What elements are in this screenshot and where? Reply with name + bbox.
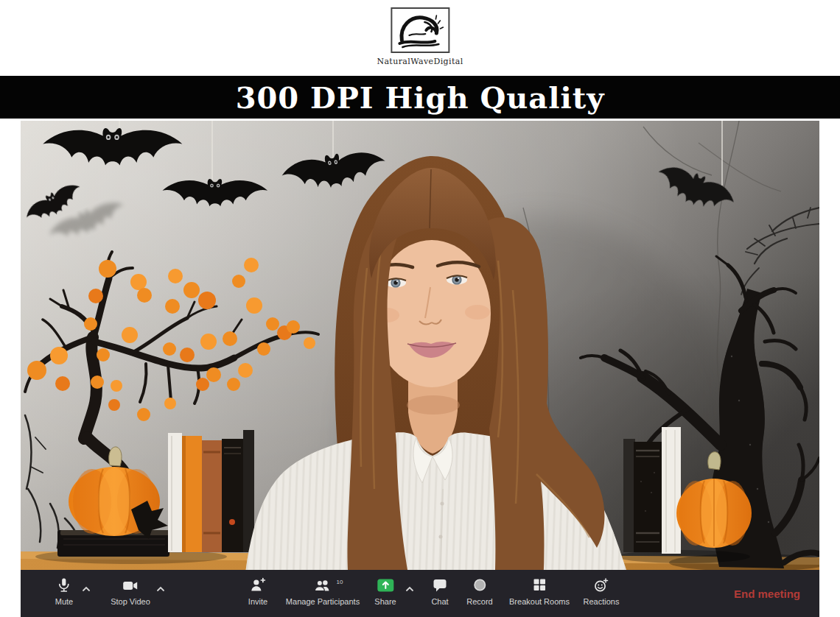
share-screen-icon: [376, 577, 395, 594]
breakout-rooms-icon: [531, 577, 548, 594]
meeting-video-frame: Mute Stop Video: [21, 121, 819, 617]
standing-books-left: [168, 430, 254, 552]
brand-name: NaturalWaveDigital: [377, 57, 463, 66]
mute-button[interactable]: Mute: [55, 577, 73, 606]
reactions-label: Reactions: [584, 597, 620, 606]
record-icon: [471, 577, 489, 594]
black-book-right: [634, 442, 662, 552]
video-options-chevron-icon[interactable]: [156, 582, 166, 596]
microphone-icon: [55, 577, 73, 594]
participants-count-badge: 10: [337, 579, 343, 585]
chat-label: Chat: [431, 597, 448, 606]
mute-label: Mute: [55, 597, 73, 606]
breakout-rooms-button[interactable]: Breakout Rooms: [509, 577, 570, 606]
white-book-right: [662, 427, 681, 554]
stop-video-label: Stop Video: [111, 597, 150, 606]
invite-label: Invite: [248, 597, 267, 606]
chat-icon: [431, 577, 449, 594]
right-eye: [447, 275, 467, 285]
invite-icon: [249, 577, 267, 594]
reactions-button[interactable]: Reactions: [584, 577, 620, 606]
zoom-toolbar: Mute Stop Video: [21, 570, 819, 617]
manage-participants-label: Manage Participants: [286, 597, 360, 606]
brand-logo: NaturalWaveDigital: [377, 7, 463, 66]
end-meeting-button[interactable]: End meeting: [734, 588, 800, 600]
quality-banner: 300 DPI High Quality: [0, 76, 840, 119]
reactions-icon: [592, 577, 610, 594]
stop-video-button[interactable]: Stop Video: [111, 577, 150, 606]
mute-options-chevron-icon[interactable]: [82, 582, 91, 596]
share-button[interactable]: Share: [374, 577, 396, 606]
share-options-chevron-icon[interactable]: [405, 582, 415, 596]
halloween-scene: [21, 121, 819, 617]
video-camera-icon: [121, 577, 140, 594]
wave-logo-icon: [391, 7, 449, 53]
share-label: Share: [374, 597, 396, 606]
breakout-rooms-label: Breakout Rooms: [509, 597, 570, 606]
record-label: Record: [466, 597, 492, 606]
page: NaturalWaveDigital 300 DPI High Quality: [0, 0, 840, 617]
chat-button[interactable]: Chat: [431, 577, 449, 606]
banner-text: 300 DPI High Quality: [236, 80, 605, 115]
invite-button[interactable]: Invite: [248, 577, 267, 606]
participants-icon: [312, 577, 333, 594]
record-button[interactable]: Record: [466, 577, 492, 606]
manage-participants-button[interactable]: 10 Manage Participants: [286, 577, 360, 606]
